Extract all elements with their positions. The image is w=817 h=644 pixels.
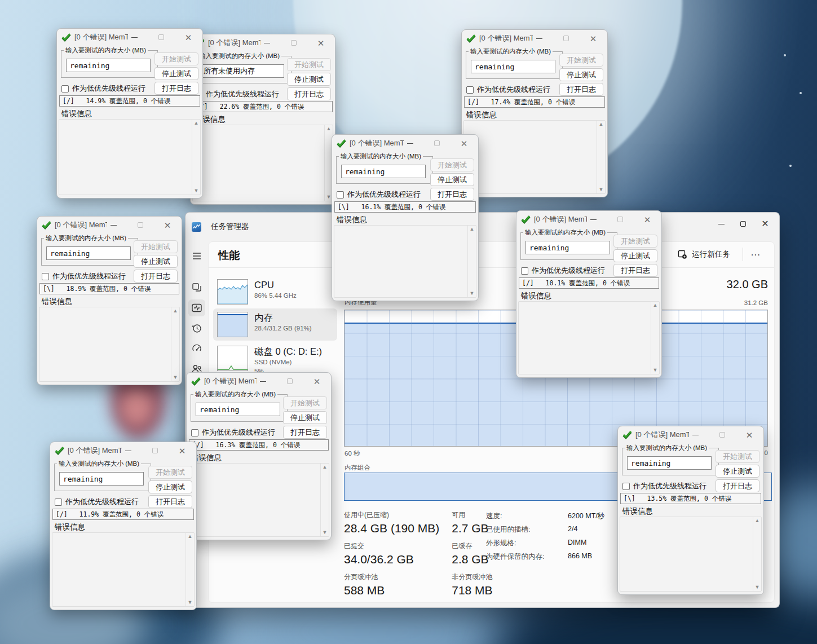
scrollbar[interactable]: ▲ ▼ xyxy=(320,464,329,536)
memory-size-input[interactable] xyxy=(471,60,555,73)
minimize-button[interactable] xyxy=(714,217,728,231)
memtest-titlebar[interactable]: [0 个错误] MemT... ✕ xyxy=(462,30,607,47)
scroll-down-icon[interactable]: ▼ xyxy=(653,368,658,373)
stop-test-button[interactable]: 停止测试 xyxy=(613,249,657,262)
sidebar-item-processes[interactable] xyxy=(188,279,205,296)
open-log-button[interactable]: 打开日志 xyxy=(430,188,474,201)
minimize-button[interactable] xyxy=(257,375,269,387)
error-message-list[interactable]: ▲ ▼ xyxy=(39,307,180,382)
stop-test-button[interactable]: 停止测试 xyxy=(287,73,331,86)
low-priority-checkbox[interactable] xyxy=(337,191,344,199)
more-options-button[interactable]: ... xyxy=(749,247,766,262)
run-new-task-button[interactable]: 运行新任务 xyxy=(671,246,737,263)
error-message-list[interactable]: ▲ ▼ xyxy=(334,225,476,298)
stop-test-button[interactable]: 停止测试 xyxy=(154,67,198,80)
memtest-titlebar[interactable]: [0 个错误] MemT... ✕ xyxy=(618,426,763,443)
open-log-button[interactable]: 打开日志 xyxy=(154,82,198,95)
error-message-list[interactable]: ▲ ▼ xyxy=(188,463,329,537)
scrollbar[interactable]: ▲ ▼ xyxy=(171,307,179,381)
scroll-up-icon[interactable]: ▲ xyxy=(470,227,475,232)
perf-item-memory[interactable]: 内存 28.4/31.2 GB (91%) xyxy=(213,308,337,341)
minimize-button[interactable] xyxy=(128,31,140,43)
close-button[interactable]: ✕ xyxy=(641,213,653,226)
stop-test-button[interactable]: 停止测试 xyxy=(283,411,327,424)
low-priority-checkbox[interactable] xyxy=(466,86,474,94)
scroll-down-icon[interactable]: ▼ xyxy=(323,530,328,535)
scrollbar[interactable]: ▲ ▼ xyxy=(597,121,605,193)
close-button[interactable]: ✕ xyxy=(315,37,327,49)
stop-test-button[interactable]: 停止测试 xyxy=(716,465,759,478)
error-message-list[interactable]: ▲ ▼ xyxy=(59,119,201,195)
memory-size-input[interactable] xyxy=(66,59,151,72)
stop-test-button[interactable]: 停止测试 xyxy=(134,255,178,268)
close-button[interactable]: ✕ xyxy=(311,375,323,387)
scroll-up-icon[interactable]: ▲ xyxy=(188,534,193,539)
open-log-button[interactable]: 打开日志 xyxy=(148,495,192,508)
open-log-button[interactable]: 打开日志 xyxy=(283,426,327,439)
close-button[interactable]: ✕ xyxy=(587,32,599,45)
low-priority-checkbox[interactable] xyxy=(191,429,198,436)
low-priority-checkbox[interactable] xyxy=(61,85,69,92)
error-message-list[interactable]: ▲ ▼ xyxy=(518,301,660,374)
stop-test-button[interactable]: 停止测试 xyxy=(559,68,603,81)
error-message-list[interactable]: ▲ ▼ xyxy=(52,532,195,607)
error-message-list[interactable]: ▲ ▼ xyxy=(620,517,762,592)
low-priority-checkbox[interactable] xyxy=(42,273,49,280)
scroll-up-icon[interactable]: ▲ xyxy=(653,303,658,308)
minimize-button[interactable] xyxy=(107,219,120,231)
memtest-titlebar[interactable]: [0 个错误] MemT... ✕ xyxy=(516,211,661,228)
close-button[interactable]: ✕ xyxy=(758,217,772,231)
close-button[interactable]: ✕ xyxy=(743,429,756,441)
memory-size-input[interactable] xyxy=(46,246,131,260)
scroll-down-icon[interactable]: ▼ xyxy=(173,375,178,380)
scroll-up-icon[interactable]: ▲ xyxy=(323,465,328,470)
scrollbar[interactable]: ▲ ▼ xyxy=(192,120,200,195)
scrollbar[interactable]: ▲ ▼ xyxy=(651,302,659,374)
memory-size-input[interactable] xyxy=(196,403,280,416)
error-message-list[interactable]: ▲ ▼ xyxy=(463,120,606,194)
minimize-button[interactable] xyxy=(587,213,599,226)
close-button[interactable]: ✕ xyxy=(176,444,188,457)
minimize-button[interactable] xyxy=(689,429,701,441)
scrollbar[interactable]: ▲ ▼ xyxy=(753,517,761,591)
memtest-titlebar[interactable]: [0 个错误] MemT... ✕ xyxy=(37,217,182,233)
scroll-down-icon[interactable]: ▼ xyxy=(599,187,604,192)
scrollbar[interactable]: ▲ ▼ xyxy=(467,226,476,297)
nav-menu-button[interactable] xyxy=(188,248,205,264)
scroll-down-icon[interactable]: ▼ xyxy=(755,585,760,590)
memory-size-input[interactable] xyxy=(627,456,712,470)
close-button[interactable]: ✕ xyxy=(161,219,174,231)
open-log-button[interactable]: 打开日志 xyxy=(559,83,603,96)
scroll-up-icon[interactable]: ▲ xyxy=(599,122,604,127)
low-priority-checkbox[interactable] xyxy=(521,267,528,275)
scroll-up-icon[interactable]: ▲ xyxy=(194,121,199,126)
memory-size-input[interactable] xyxy=(525,241,610,254)
memtest-titlebar[interactable]: [0 个错误] MemT... ✕ xyxy=(332,135,478,152)
sidebar-item-startup-apps[interactable] xyxy=(188,340,205,357)
low-priority-checkbox[interactable] xyxy=(622,483,630,490)
scroll-down-icon[interactable]: ▼ xyxy=(470,291,475,296)
sidebar-item-performance[interactable] xyxy=(188,299,205,316)
sidebar-item-app-history[interactable] xyxy=(188,320,205,337)
scrollbar[interactable]: ▲ ▼ xyxy=(186,533,194,606)
scroll-up-icon[interactable]: ▲ xyxy=(173,308,178,314)
open-log-button[interactable]: 打开日志 xyxy=(613,264,657,277)
scroll-down-icon[interactable]: ▼ xyxy=(326,195,332,200)
minimize-button[interactable] xyxy=(533,32,545,45)
close-button[interactable]: ✕ xyxy=(458,137,470,149)
memtest-titlebar[interactable]: [0 个错误] MemT... ✕ xyxy=(187,373,331,390)
error-message-list[interactable]: ▲ ▼ xyxy=(192,125,333,201)
perf-item-cpu[interactable]: CPU 86% 5.44 GHz xyxy=(213,276,337,308)
minimize-button[interactable] xyxy=(404,137,416,149)
task-manager-titlebar[interactable]: 任务管理器 ✕ xyxy=(186,213,779,241)
memtest-titlebar[interactable]: [0 个错误] MemT... ✕ xyxy=(191,34,335,51)
memory-size-input[interactable] xyxy=(59,472,144,486)
scroll-up-icon[interactable]: ▲ xyxy=(755,518,760,523)
open-log-button[interactable]: 打开日志 xyxy=(716,479,759,492)
open-log-button[interactable]: 打开日志 xyxy=(287,87,331,100)
memtest-titlebar[interactable]: [0 个错误] MemT... ✕ xyxy=(50,442,196,459)
memory-size-input[interactable] xyxy=(200,64,284,78)
stop-test-button[interactable]: 停止测试 xyxy=(148,480,192,493)
close-button[interactable]: ✕ xyxy=(182,31,195,43)
scroll-up-icon[interactable]: ▲ xyxy=(326,126,332,131)
